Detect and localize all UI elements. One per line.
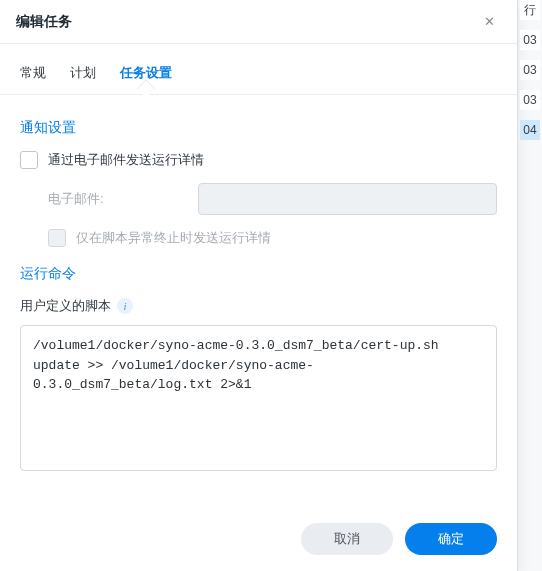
close-icon[interactable]: ✕ [477,10,501,34]
info-icon[interactable]: i [117,298,133,314]
cancel-button[interactable]: 取消 [301,523,393,555]
background-cell: 行 [520,0,540,20]
label-email: 电子邮件: [48,190,198,208]
section-notify-title: 通知设置 [20,119,497,137]
background-cell: 03 [520,30,540,50]
background-cell: 04 [520,120,540,140]
checkbox-only-on-error [48,229,66,247]
dialog-title: 编辑任务 [16,13,477,31]
label-only-on-error: 仅在脚本异常终止时发送运行详情 [76,229,271,247]
row-email-details: 通过电子邮件发送运行详情 [20,151,497,169]
background-cell: 03 [520,60,540,80]
tab-task-settings[interactable]: 任务设置 [120,56,172,94]
background-cell: 03 [520,90,540,110]
tab-schedule[interactable]: 计划 [70,56,96,94]
dialog-header: 编辑任务 ✕ [0,0,517,44]
row-email-field: 电子邮件: [48,183,497,215]
section-run-title: 运行命令 [20,265,497,283]
edit-task-dialog: 编辑任务 ✕ 常规 计划 任务设置 通知设置 通过电子邮件发送运行详情 电子邮件… [0,0,518,571]
dialog-body: 通知设置 通过电子邮件发送运行详情 电子邮件: 仅在脚本异常终止时发送运行详情 … [0,95,517,507]
user-script-textarea[interactable] [20,325,497,471]
ok-button[interactable]: 确定 [405,523,497,555]
checkbox-email-details[interactable] [20,151,38,169]
label-email-details: 通过电子邮件发送运行详情 [48,151,204,169]
tab-general[interactable]: 常规 [20,56,46,94]
dialog-footer: 取消 确定 [0,507,517,571]
background-table-strip [518,0,542,571]
tabs: 常规 计划 任务设置 [0,44,517,95]
email-field[interactable] [198,183,497,215]
row-user-script-label: 用户定义的脚本 i [20,297,497,315]
row-only-on-error: 仅在脚本异常终止时发送运行详情 [48,229,497,247]
label-user-script: 用户定义的脚本 [20,297,111,315]
